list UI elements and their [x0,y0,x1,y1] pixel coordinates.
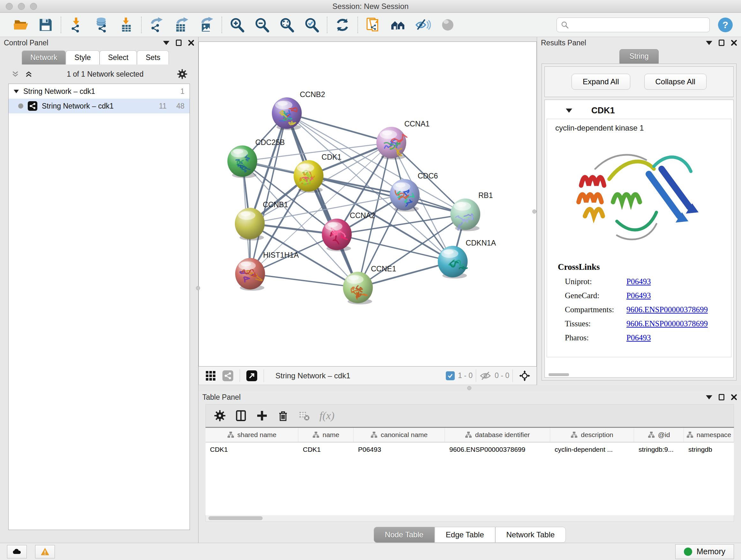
crosslink-tissues[interactable]: 9606.ENSP00000378699 [626,319,708,328]
expand-all-button[interactable]: Expand All [571,74,630,90]
zoom-in-button[interactable] [225,15,250,35]
network-row-selected[interactable]: String Network – cdk1 11 48 [9,99,190,113]
glass-ball-button[interactable] [435,15,460,35]
selected-node-edge-counts: 1 - 0 [458,371,473,380]
column-type-icon [686,431,693,438]
tab-network-table[interactable]: Network Table [495,527,566,543]
results-scrollbar-thumb[interactable] [549,373,569,376]
section-expand-icon[interactable] [566,109,572,113]
help-button[interactable]: ? [718,17,733,32]
single-view-button[interactable] [219,369,237,383]
birds-eye-view-button[interactable] [243,369,260,383]
open-session-button[interactable] [8,15,33,35]
clone-network-button[interactable] [360,15,386,35]
collapse-all-button[interactable]: Collapse All [644,74,706,90]
zoom-fit-button[interactable] [274,15,299,35]
export-image-button[interactable] [194,15,219,35]
network-node-hist1h1a[interactable]: HIST1H1A [235,251,299,290]
crosslink-uniprot[interactable]: P06493 [626,277,651,286]
splitter-handle[interactable] [467,386,471,390]
panel-collapse-icon[interactable] [163,41,170,45]
collapse-all-networks-icon[interactable] [11,70,20,78]
tab-string[interactable]: String [619,49,658,64]
crosslink-genecard[interactable]: P06493 [626,291,651,300]
export-table-button[interactable] [169,15,194,35]
cell-shared-name[interactable]: CDK1 [205,442,298,456]
tab-network[interactable]: Network [22,51,66,64]
cell-id[interactable]: stringdb:9... [634,442,684,456]
network-node-ccnb1[interactable]: CCNB1 [235,201,288,240]
network-canvas[interactable]: CCNB2CCNA1CDC25BCDK1CDC6RB1CCNB1CCNA2CDK… [199,42,537,367]
panel-collapse-icon[interactable] [706,395,712,399]
cell-canonical-name[interactable]: P06493 [354,442,445,456]
show-columns-button[interactable] [235,410,247,422]
column-header[interactable]: @id [634,428,684,442]
zoom-out-button[interactable] [250,15,274,35]
network-options-gear-icon[interactable] [177,69,187,79]
splitter-handle[interactable] [532,209,536,213]
cell-description[interactable]: cyclin-dependent ... [550,442,634,456]
panel-close-icon[interactable] [188,40,194,46]
tab-select[interactable]: Select [99,51,137,64]
memory-button[interactable]: Memory [675,544,734,559]
cell-database-identifier[interactable]: 9606.ENSP00000378699 [445,442,550,456]
export-network-button[interactable] [144,15,169,35]
tab-sets[interactable]: Sets [137,51,169,64]
network-node-cdc6[interactable]: CDC6 [390,172,438,210]
panel-collapse-icon[interactable] [706,41,712,45]
create-column-button[interactable] [256,410,268,422]
import-network-file-button[interactable] [64,15,89,35]
detach-arrow-icon [246,370,257,381]
network-node-cdkn1a[interactable]: CDKN1A [438,239,496,277]
tab-style[interactable]: Style [66,51,99,64]
selected-checkbox-icon[interactable] [446,371,455,380]
save-session-button[interactable] [33,15,58,35]
expand-all-networks-icon[interactable] [24,70,33,78]
panel-close-icon[interactable] [731,40,737,46]
scrollbar-thumb[interactable] [208,516,263,520]
grid-view-button[interactable] [202,369,219,383]
panel-float-icon[interactable] [719,394,724,400]
delete-table-button[interactable] [298,410,310,422]
collection-expand-icon[interactable] [14,90,19,93]
delete-column-button[interactable] [277,410,289,422]
cell-name[interactable]: CDK1 [298,442,354,456]
table-settings-button[interactable] [214,410,226,422]
search-input[interactable] [571,21,705,29]
function-builder-button[interactable]: f(x) [320,410,334,422]
table-horizontal-scrollbar[interactable] [205,515,734,522]
column-header[interactable]: namespace [684,428,734,442]
crosslink-compartments[interactable]: 9606.ENSP00000378699 [626,305,708,314]
network-node-rb1[interactable]: RB1 [450,192,493,230]
node-section-header[interactable]: CDK1 [545,100,733,119]
column-header[interactable]: canonical name [354,428,445,442]
tab-node-table[interactable]: Node Table [374,527,434,543]
cell-namespace[interactable]: stringdb [684,442,734,456]
panel-close-icon[interactable] [731,394,737,400]
separator [476,369,476,382]
apply-layout-button[interactable] [330,15,355,35]
column-header[interactable]: database identifier [445,428,550,442]
import-network-database-button[interactable] [89,15,114,35]
splitter-handle[interactable] [196,286,200,290]
network-node-cdk1[interactable]: CDK1 [293,153,341,192]
panel-float-icon[interactable] [719,40,724,46]
column-header[interactable]: shared name [205,428,298,442]
import-table-button[interactable] [114,15,138,35]
zoom-selected-button[interactable] [299,15,324,35]
column-header[interactable]: description [550,428,634,442]
column-header[interactable]: name [298,428,354,442]
network-collection-row[interactable]: String Network – cdk1 1 [9,84,190,99]
tab-edge-table[interactable]: Edge Table [434,527,495,543]
cloud-status-button[interactable] [7,545,27,558]
enhance-labels-button[interactable] [410,15,435,35]
network-node-ccna1[interactable]: CCNA1 [376,120,429,159]
string-home-button[interactable] [386,15,410,35]
network-graph[interactable]: CCNB2CCNA1CDC25BCDK1CDC6RB1CCNB1CCNA2CDK… [199,42,536,366]
table-row[interactable]: CDK1 CDK1 P06493 9606.ENSP00000378699 cy… [205,442,734,456]
warnings-button[interactable] [35,545,55,558]
panel-float-icon[interactable] [176,40,182,46]
node-label: CCNB2 [300,90,325,99]
crosslink-pharos[interactable]: P06493 [626,333,651,342]
pan-mode-button[interactable] [516,369,533,383]
